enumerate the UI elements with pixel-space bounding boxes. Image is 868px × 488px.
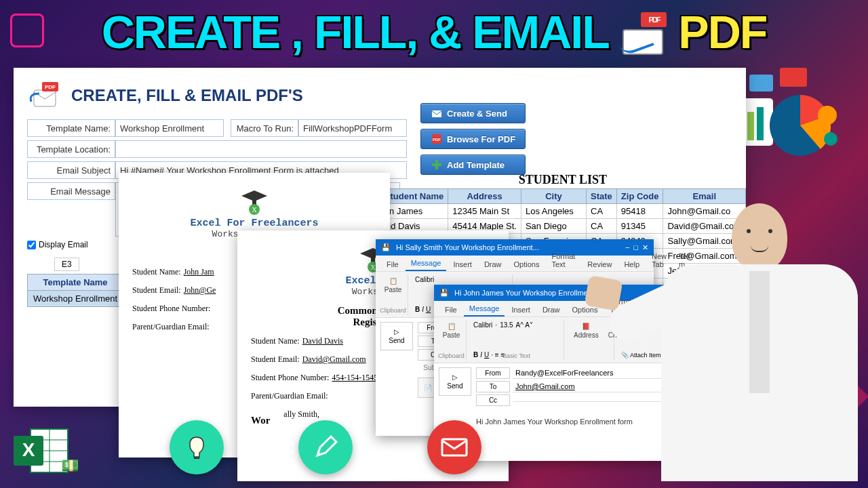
- tab-format[interactable]: Format Text: [546, 249, 580, 271]
- template-location-label: Template Location:: [27, 140, 115, 158]
- student-list-title: STUDENT LIST: [380, 173, 746, 187]
- cell-reference[interactable]: E3: [54, 258, 79, 271]
- macro-input[interactable]: FillWorkshopPDFForm: [298, 119, 407, 137]
- headline-text-1: CREATE , FILL, & EMAIL: [102, 6, 608, 58]
- pdf-envelope-icon: PDF: [619, 18, 667, 55]
- svg-text:PDF: PDF: [433, 138, 441, 142]
- tab-insert[interactable]: Insert: [448, 258, 477, 271]
- clipboard-icon: 📋: [389, 277, 397, 285]
- svg-rect-26: [442, 439, 467, 455]
- add-template-button[interactable]: Add Template: [420, 155, 526, 175]
- tab-draw[interactable]: Draw: [537, 303, 566, 317]
- panel-title: CREATE, FILL & EMAIL PDF'S: [71, 86, 303, 105]
- lightbulb-circle-icon: [170, 420, 224, 474]
- svg-text:X: X: [252, 206, 257, 214]
- tab-options[interactable]: Options: [509, 258, 545, 271]
- send-icon: ▷: [394, 328, 399, 336]
- graduation-cap-icon: X: [240, 186, 269, 215]
- email-subject-label: Email Subject: [27, 161, 115, 179]
- presenter-person: [658, 203, 861, 488]
- template-location-input[interactable]: [115, 140, 407, 158]
- browse-pdf-button[interactable]: PDF Browse For PDF: [420, 129, 526, 149]
- paste-button[interactable]: 📋Paste: [382, 276, 403, 295]
- template-name-label: Template Name:: [27, 119, 115, 137]
- from-button[interactable]: From: [476, 367, 510, 379]
- tab-message[interactable]: Message: [406, 256, 447, 271]
- tab-help[interactable]: Help: [618, 258, 645, 271]
- tab-draw[interactable]: Draw: [479, 258, 507, 271]
- svg-rect-18: [432, 163, 441, 166]
- pdf-file-icon: 📄: [424, 384, 432, 392]
- outlook-titlebar[interactable]: 💾 Hi Sally Smith Your Workshop Enrollmen…: [376, 239, 654, 256]
- save-icon[interactable]: 💾: [439, 289, 449, 298]
- display-email-label: Display Email: [39, 240, 88, 249]
- maximize-icon[interactable]: □: [633, 243, 638, 252]
- to-button[interactable]: To: [476, 381, 510, 392]
- address-button[interactable]: 📕Address: [571, 321, 601, 340]
- tab-message[interactable]: Message: [464, 302, 505, 317]
- send-icon: ▷: [452, 373, 458, 381]
- minimize-icon[interactable]: −: [625, 243, 629, 252]
- send-button[interactable]: ▷Send: [439, 367, 471, 396]
- send-button[interactable]: ▷Send: [380, 322, 413, 350]
- template-list-row[interactable]: Workshop Enrollment: [28, 291, 123, 307]
- cc-button[interactable]: Cc: [476, 394, 510, 406]
- tab-file[interactable]: File: [439, 303, 462, 317]
- svg-text:💵: 💵: [61, 455, 78, 475]
- headline-banner: CREATE , FILL, & EMAIL PDF PDF: [20, 5, 848, 58]
- svg-point-9: [818, 106, 837, 125]
- save-icon[interactable]: 💾: [381, 243, 391, 252]
- create-send-button[interactable]: Create & Send: [420, 103, 526, 123]
- display-email-checkbox[interactable]: [27, 241, 36, 249]
- tab-insert[interactable]: Insert: [506, 303, 536, 317]
- template-name-input[interactable]: Workshop Enrollment: [115, 119, 224, 137]
- clipboard-icon: 📋: [448, 323, 456, 330]
- svg-text:PDF: PDF: [45, 84, 56, 90]
- paste-button[interactable]: 📋Paste: [441, 321, 462, 340]
- template-list-header: Template Name: [28, 274, 123, 291]
- email-circle-icon: [427, 420, 481, 474]
- svg-rect-6: [747, 112, 754, 140]
- pdf-mail-logo-icon: PDF: [27, 80, 61, 110]
- excel-app-icon: X💵: [10, 424, 78, 478]
- svg-rect-11: [34, 90, 56, 106]
- tab-review[interactable]: Review: [582, 258, 617, 271]
- template-list-table: Template Name Workshop Enrollment: [27, 274, 123, 307]
- pencil-circle-icon: [298, 420, 353, 474]
- create-send-icon: [431, 107, 443, 119]
- svg-point-10: [824, 132, 837, 146]
- add-template-icon: [431, 159, 443, 171]
- email-message-label: Email Message: [27, 182, 115, 200]
- macro-label: Macro To Run:: [231, 119, 298, 137]
- svg-rect-0: [780, 68, 807, 87]
- svg-rect-1: [749, 75, 773, 92]
- browse-pdf-icon: PDF: [431, 133, 443, 145]
- svg-rect-14: [432, 110, 441, 117]
- svg-text:X: X: [22, 439, 35, 460]
- svg-rect-7: [757, 107, 764, 140]
- outlook-ribbon-tabs: File Message Insert Draw Options Format …: [376, 256, 654, 272]
- tab-file[interactable]: File: [381, 258, 404, 271]
- headline-text-2: PDF: [678, 6, 766, 58]
